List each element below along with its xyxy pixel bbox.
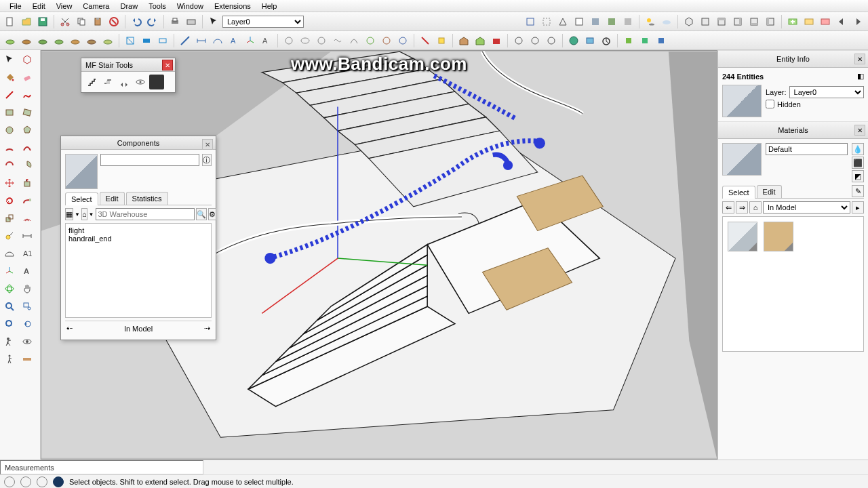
- tab-statistics[interactable]: Statistics: [126, 192, 168, 205]
- freehand-tool[interactable]: [19, 87, 35, 103]
- extension-warehouse-button[interactable]: [489, 33, 504, 48]
- walk-tool[interactable]: [1, 351, 18, 367]
- add-scene-button[interactable]: [785, 14, 800, 29]
- pie-tool[interactable]: [19, 157, 35, 174]
- menu-draw[interactable]: Draw: [115, 1, 143, 12]
- create-material-button[interactable]: ⬛: [852, 157, 864, 169]
- sandbox-detail-button[interactable]: [52, 33, 66, 48]
- nav-back-icon[interactable]: ⇠: [66, 324, 73, 333]
- style-hiddenline-button[interactable]: [572, 14, 587, 29]
- section-cut-button[interactable]: [155, 33, 170, 48]
- tape-tool[interactable]: [1, 228, 18, 244]
- material-name-input[interactable]: [766, 143, 848, 155]
- geo-location-button[interactable]: [566, 33, 581, 48]
- pan-tool[interactable]: [19, 281, 35, 297]
- credits-icon[interactable]: [20, 476, 31, 487]
- move-tool[interactable]: [1, 175, 18, 191]
- plugin-button[interactable]: [314, 33, 329, 48]
- fog-toggle-button[interactable]: [659, 14, 674, 29]
- menu-extensions[interactable]: Extensions: [209, 1, 256, 12]
- plugin-button[interactable]: [434, 33, 449, 48]
- plugin-button[interactable]: [281, 33, 296, 48]
- plugin-button[interactable]: [363, 33, 378, 48]
- plugin-button[interactable]: [528, 33, 542, 48]
- next-scene-button[interactable]: [850, 14, 865, 29]
- stair-create-button[interactable]: [84, 75, 99, 89]
- sandbox-smoove-button[interactable]: [3, 33, 18, 48]
- 3pt-arc-tool[interactable]: [1, 157, 18, 174]
- menu-tools[interactable]: Tools: [143, 1, 172, 12]
- close-icon[interactable]: ✕: [162, 60, 173, 70]
- expand-icon[interactable]: ◧: [857, 72, 864, 81]
- line-tool[interactable]: [1, 87, 18, 103]
- components-list[interactable]: flight handrail_end: [65, 223, 212, 318]
- plugin-button[interactable]: [418, 33, 433, 48]
- components-window[interactable]: Components ✕ ⓘ Select Edit Statistics ▦ …: [60, 136, 216, 340]
- nav-fwd-button[interactable]: ⇒: [736, 201, 748, 214]
- component-name-input[interactable]: [100, 154, 199, 166]
- entity-info-title-bar[interactable]: Entity Info ✕: [718, 50, 868, 68]
- scale-tool[interactable]: [1, 210, 18, 226]
- 3d-text-button[interactable]: A: [259, 33, 274, 48]
- followme-tool[interactable]: [19, 192, 35, 209]
- tab-edit[interactable]: Edit: [757, 185, 782, 198]
- materials-title-bar[interactable]: Materials ✕: [718, 121, 868, 139]
- stair-tools-title[interactable]: MF Stair Tools ✕: [81, 58, 175, 72]
- 2pt-arc-tool[interactable]: [19, 140, 35, 156]
- components-title-bar[interactable]: Components ✕: [61, 136, 216, 150]
- plugin-button[interactable]: [395, 33, 410, 48]
- library-menu-button[interactable]: ▸: [852, 201, 864, 214]
- arc-tool[interactable]: [1, 140, 18, 156]
- style-shaded-button[interactable]: [588, 14, 603, 29]
- rotated-rect-tool[interactable]: [19, 104, 35, 121]
- stair-render-button[interactable]: [149, 75, 164, 89]
- tab-select[interactable]: Select: [722, 186, 755, 199]
- close-icon[interactable]: ✕: [854, 125, 865, 136]
- menu-file[interactable]: File: [4, 1, 27, 12]
- menu-help[interactable]: Help: [256, 1, 283, 12]
- view-right-button[interactable]: [730, 14, 745, 29]
- layer-dropdown[interactable]: Layer0: [222, 16, 304, 28]
- section-tool[interactable]: [19, 351, 35, 367]
- save-button[interactable]: [35, 14, 50, 29]
- stair-eye-button[interactable]: [133, 75, 148, 89]
- style-monochrome-button[interactable]: [620, 14, 635, 29]
- axes-tool[interactable]: [1, 263, 18, 279]
- dimension-tool[interactable]: [19, 228, 35, 244]
- rotate-tool[interactable]: [1, 192, 18, 209]
- protractor-button[interactable]: [210, 33, 225, 48]
- current-material-thumbnail[interactable]: [722, 143, 762, 176]
- select-arrow-icon[interactable]: [206, 14, 221, 29]
- paste-button[interactable]: [90, 14, 105, 29]
- protractor-tool[interactable]: [1, 245, 18, 262]
- style-xray-button[interactable]: [523, 14, 538, 29]
- material-swatch[interactable]: [728, 222, 757, 251]
- cut-button[interactable]: [58, 14, 73, 29]
- print-button[interactable]: [167, 14, 182, 29]
- plugin-button[interactable]: [637, 33, 652, 48]
- component-info-button[interactable]: ⓘ: [202, 154, 212, 166]
- look-around-tool[interactable]: [19, 333, 35, 350]
- plugin-button[interactable]: [654, 33, 669, 48]
- eraser-tool[interactable]: [19, 69, 35, 85]
- stair-landing-button[interactable]: [100, 75, 115, 89]
- eyedropper-icon[interactable]: ✎: [852, 185, 864, 197]
- chevron-down-icon[interactable]: ▼: [89, 211, 94, 218]
- plugin-button[interactable]: [379, 33, 394, 48]
- previous-view-tool[interactable]: [19, 316, 35, 332]
- menu-window[interactable]: Window: [172, 1, 209, 12]
- menu-edit[interactable]: Edit: [27, 1, 51, 12]
- materials-scope-dropdown[interactable]: In Model: [763, 201, 850, 214]
- nav-back-button[interactable]: ⇐: [722, 201, 734, 214]
- profile-icon[interactable]: [37, 476, 47, 487]
- undo-button[interactable]: [129, 14, 144, 29]
- redo-button[interactable]: [145, 14, 160, 29]
- plugin-button[interactable]: [621, 33, 636, 48]
- home-button[interactable]: ⌂: [749, 201, 762, 214]
- tab-select[interactable]: Select: [65, 192, 98, 205]
- stair-mirror-button[interactable]: [117, 75, 132, 89]
- text-tool[interactable]: A1: [19, 245, 35, 262]
- warehouse-button[interactable]: [456, 33, 471, 48]
- photo-textures-button[interactable]: [583, 33, 597, 48]
- nav-fwd-icon[interactable]: ⇢: [204, 324, 210, 333]
